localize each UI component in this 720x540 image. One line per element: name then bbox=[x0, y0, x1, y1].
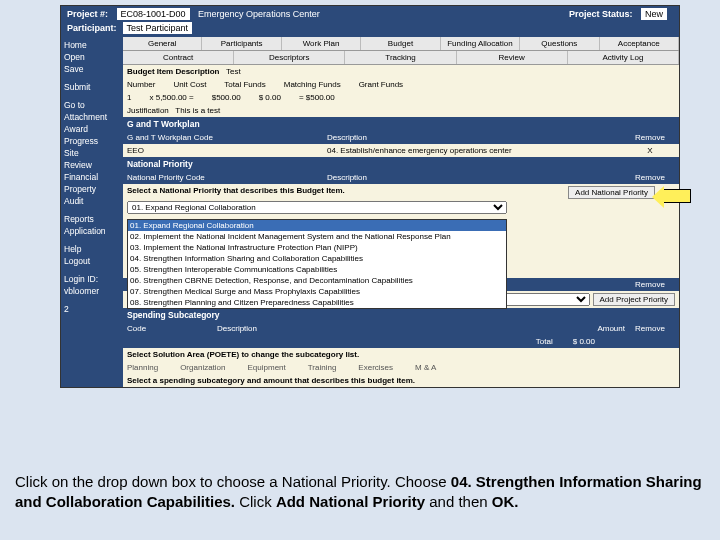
sidebar-item-save[interactable]: Save bbox=[64, 63, 120, 75]
justification-value: This is a test bbox=[175, 106, 220, 115]
sidebar-item-property[interactable]: Property bbox=[64, 183, 120, 195]
tab-work-plan[interactable]: Work Plan bbox=[282, 37, 361, 50]
subtab-review[interactable]: Review bbox=[457, 51, 568, 64]
header-bar-2: Participant: Test Participant bbox=[61, 22, 679, 37]
sidebar-item-login-id-[interactable]: Login ID: bbox=[64, 273, 120, 285]
instr-1: Click on the drop down box to choose a N… bbox=[15, 473, 451, 490]
budget-col: Total Funds bbox=[224, 80, 265, 89]
sidebar-item-help[interactable]: Help bbox=[64, 243, 120, 255]
poete-item[interactable]: M & A bbox=[415, 363, 436, 372]
tab-budget[interactable]: Budget bbox=[361, 37, 440, 50]
poete-item[interactable]: Exercises bbox=[358, 363, 393, 372]
np-remove-head: Remove bbox=[625, 173, 675, 182]
sidebar-item-open[interactable]: Open bbox=[64, 51, 120, 63]
sidebar-item-review[interactable]: Review bbox=[64, 159, 120, 171]
budget-val: $500.00 bbox=[212, 93, 241, 102]
justification-row: Justification This is a test bbox=[123, 104, 679, 117]
sidebar-item-attachment[interactable]: Attachment bbox=[64, 111, 120, 123]
poete-prompt: Select Solution Area (POETE) to change t… bbox=[127, 350, 359, 359]
subtab-contract[interactable]: Contract bbox=[123, 51, 234, 64]
header-bar: Project #: EC08-1001-D00 Emergency Opera… bbox=[61, 6, 679, 22]
np-option[interactable]: 06. Strengthen CBRNE Detection, Response… bbox=[128, 275, 506, 286]
sidebar-item-site[interactable]: Site bbox=[64, 147, 120, 159]
workplan-code-head: G and T Workplan Code bbox=[127, 133, 327, 142]
budget-desc-value: Test bbox=[226, 67, 241, 76]
budget-val: $ 0.00 bbox=[259, 93, 281, 102]
subtab-descriptors[interactable]: Descriptors bbox=[234, 51, 345, 64]
sidebar-item-progress[interactable]: Progress bbox=[64, 135, 120, 147]
project-name: Emergency Operations Center bbox=[198, 9, 320, 19]
poete-item[interactable]: Equipment bbox=[248, 363, 286, 372]
spend-remove-head: Remove bbox=[625, 324, 675, 333]
np2-remove-head: Remove bbox=[625, 280, 675, 289]
main-content: GeneralParticipantsWork PlanBudgetFundin… bbox=[123, 37, 679, 387]
instr-6: OK. bbox=[492, 493, 519, 510]
workplan-col-head: G and T Workplan Code Description Remove bbox=[123, 131, 679, 144]
participant-label: Participant: bbox=[67, 23, 117, 33]
workplan-row: EEO 04. Establish/enhance emergency oper… bbox=[123, 144, 679, 157]
spend-final-prompt-row: Select a spending subcategory and amount… bbox=[123, 374, 679, 387]
sidebar-item-application[interactable]: Application bbox=[64, 225, 120, 237]
workplan-desc: 04. Establish/enhance emergency operatio… bbox=[327, 146, 625, 155]
workplan-remove-head: Remove bbox=[625, 133, 675, 142]
workplan-remove-x[interactable]: X bbox=[625, 146, 675, 155]
np-option[interactable]: 03. Implement the National Infrastructur… bbox=[128, 242, 506, 253]
status-value: New bbox=[641, 8, 667, 20]
np-option[interactable]: 01. Expand Regional Collaboration bbox=[128, 220, 506, 231]
np-option[interactable]: 02. Implement the National Incident Mana… bbox=[128, 231, 506, 242]
sidebar-item-submit[interactable]: Submit bbox=[64, 81, 120, 93]
budget-col: Grant Funds bbox=[359, 80, 403, 89]
instr-4: Add National Priority bbox=[276, 493, 425, 510]
tab-acceptance[interactable]: Acceptance bbox=[600, 37, 679, 50]
spending-col-head: Code Description Amount Remove bbox=[123, 322, 679, 335]
budget-desc-label: Budget Item Description bbox=[127, 67, 219, 76]
budget-col: Unit Cost bbox=[173, 80, 206, 89]
tabs-primary: GeneralParticipantsWork PlanBudgetFundin… bbox=[123, 37, 679, 51]
poete-item[interactable]: Training bbox=[308, 363, 337, 372]
budget-col: Number bbox=[127, 80, 155, 89]
project-section: Project #: EC08-1001-D00 Emergency Opera… bbox=[67, 9, 320, 19]
spend-final-prompt: Select a spending subcategory and amount… bbox=[127, 376, 415, 385]
spend-code-head: Code bbox=[127, 324, 217, 333]
subtab-tracking[interactable]: Tracking bbox=[345, 51, 456, 64]
sidebar-item-vbloomer[interactable]: vbloomer bbox=[64, 285, 120, 297]
budget-col: Matching Funds bbox=[284, 80, 341, 89]
add-project-priority-button[interactable]: Add Project Priority bbox=[593, 293, 675, 306]
subtab-activity-log[interactable]: Activity Log bbox=[568, 51, 679, 64]
sidebar-item-reports[interactable]: Reports bbox=[64, 213, 120, 225]
sidebar-item-home[interactable]: Home bbox=[64, 39, 120, 51]
budget-val: = $500.00 bbox=[299, 93, 335, 102]
sidebar-item-award[interactable]: Award bbox=[64, 123, 120, 135]
instr-3: Click bbox=[235, 493, 276, 510]
total-value: $ 0.00 bbox=[573, 337, 595, 346]
tab-questions[interactable]: Questions bbox=[520, 37, 599, 50]
sidebar-item-financial[interactable]: Financial bbox=[64, 171, 120, 183]
workplan-code: EEO bbox=[127, 146, 327, 155]
participant-value: Test Participant bbox=[123, 22, 193, 34]
tabs-secondary: ContractDescriptorsTrackingReviewActivit… bbox=[123, 51, 679, 65]
sidebar-item-2[interactable]: 2 bbox=[64, 303, 120, 315]
total-label: Total bbox=[536, 337, 553, 346]
sidebar-item-go-to[interactable]: Go to bbox=[64, 99, 120, 111]
tab-general[interactable]: General bbox=[123, 37, 202, 50]
sidebar-item-audit[interactable]: Audit bbox=[64, 195, 120, 207]
np-option[interactable]: 04. Strengthen Information Sharing and C… bbox=[128, 253, 506, 264]
np-option[interactable]: 08. Strengthen Planning and Citizen Prep… bbox=[128, 297, 506, 308]
budget-item-desc-row: Budget Item Description Test bbox=[123, 65, 679, 78]
poete-item[interactable]: Organization bbox=[180, 363, 225, 372]
status-section: Project Status: New bbox=[569, 9, 673, 19]
np-option[interactable]: 05. Strengthen Interoperable Communicati… bbox=[128, 264, 506, 275]
sidebar-item-logout[interactable]: Logout bbox=[64, 255, 120, 267]
tab-participants[interactable]: Participants bbox=[202, 37, 281, 50]
spend-amt-head: Amount bbox=[565, 324, 625, 333]
spend-desc-head: Description bbox=[217, 324, 565, 333]
np-option[interactable]: 07. Strengthen Medical Surge and Mass Pr… bbox=[128, 286, 506, 297]
np-options-list: 01. Expand Regional Collaboration02. Imp… bbox=[127, 219, 507, 309]
instruction-text: Click on the drop down box to choose a N… bbox=[15, 472, 705, 513]
poete-prompt-row: Select Solution Area (POETE) to change t… bbox=[123, 348, 679, 361]
np-desc-head: Description bbox=[327, 173, 625, 182]
budget-columns: NumberUnit CostTotal FundsMatching Funds… bbox=[123, 78, 679, 91]
poete-item[interactable]: Planning bbox=[127, 363, 158, 372]
tab-funding-allocation[interactable]: Funding Allocation bbox=[441, 37, 520, 50]
national-priority-select[interactable]: 01. Expand Regional Collaboration bbox=[127, 201, 507, 214]
